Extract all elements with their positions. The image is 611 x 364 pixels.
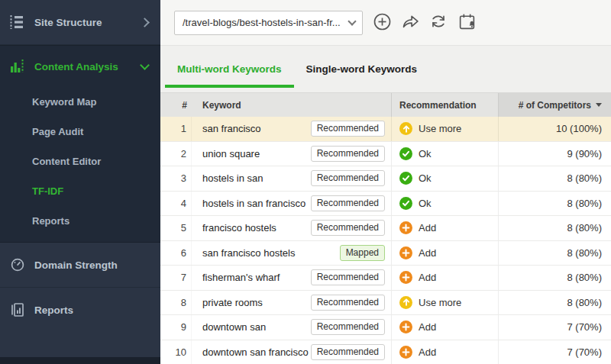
recommendation-icon: [399, 197, 412, 210]
share-button[interactable]: [400, 13, 420, 33]
keyword-status-badge: Recommended: [311, 220, 385, 236]
keyword-status-badge: Recommended: [311, 146, 385, 162]
domain-strength-icon: [10, 258, 25, 272]
keyword-text: private rooms: [202, 297, 263, 308]
table-row[interactable]: 9 downtown san Recommended Add 7 (70%): [160, 315, 611, 340]
site-structure-icon: [10, 15, 25, 29]
keyword-text: san francisco hostels: [202, 247, 295, 259]
table-row[interactable]: 1 san francisco Recommended Use more 10 …: [160, 117, 611, 142]
table-body: 1 san francisco Recommended Use more 10 …: [160, 117, 611, 364]
recommendation-label: Add: [419, 222, 436, 234]
recommendation-icon: [399, 321, 412, 333]
tab-multi-word-keywords[interactable]: Multi-word Keywords: [165, 46, 294, 92]
row-number: 7: [160, 266, 192, 290]
table-row[interactable]: 3 hostels in san Recommended Ok 8 (80%): [160, 166, 611, 192]
recommendation-label: Ok: [419, 198, 432, 209]
row-number: 4: [160, 192, 192, 216]
add-page-button[interactable]: [372, 13, 392, 33]
sidebar-item-site-structure[interactable]: Site Structure: [0, 0, 160, 45]
column-header-number: #: [160, 93, 192, 117]
keyword-status-badge: Recommended: [311, 195, 385, 211]
sidebar-item-reports-sub[interactable]: Reports: [0, 206, 160, 236]
refresh-button[interactable]: [428, 13, 448, 33]
competitors-value: 8 (80%): [498, 192, 611, 216]
competitors-value: 8 (80%): [498, 166, 611, 191]
refresh-icon: [429, 12, 448, 33]
content-analysis-icon: [10, 60, 25, 73]
table-row[interactable]: 4 hostels in san francisco Recommended O…: [160, 192, 611, 217]
sidebar-bottom-strip: [0, 357, 160, 364]
competitors-value: 7 (70%): [498, 315, 611, 340]
row-number: 5: [160, 216, 192, 240]
tab-single-word-keywords[interactable]: Single-word Keywords: [294, 46, 430, 92]
chevron-down-icon: [140, 60, 150, 70]
keyword-status-badge: Recommended: [311, 319, 385, 335]
sidebar-item-content-editor[interactable]: Content Editor: [0, 147, 160, 176]
chevron-down-icon: [348, 17, 356, 25]
recommendation-label: Ok: [419, 148, 432, 159]
recommendation-label: Use more: [419, 123, 461, 134]
sidebar-item-tf-idf[interactable]: TF-IDF: [0, 176, 160, 206]
recommendation-label: Ok: [419, 172, 432, 184]
table-row[interactable]: 10 downtown san francisco Recommended Ad…: [160, 340, 611, 364]
sidebar: Site Structure Content Analysis Keyword …: [0, 0, 160, 364]
keyword-status-badge: Mapped: [340, 245, 385, 261]
sidebar-item-page-audit[interactable]: Page Audit: [0, 117, 160, 147]
keyword-text: hostels in san: [202, 172, 263, 184]
row-number: 2: [160, 142, 192, 166]
calendar-alert-icon: [457, 12, 477, 34]
competitors-value: 9 (90%): [498, 142, 611, 166]
competitors-value: 8 (80%): [498, 216, 611, 240]
keyword-status-badge: Recommended: [311, 170, 385, 186]
page-url-select[interactable]: /travel-blogs/best-hostels-in-san-fr...: [174, 11, 363, 35]
table-row[interactable]: 6 san francisco hostels Mapped Add 8 (80…: [160, 241, 611, 266]
table-row[interactable]: 2 union square Recommended Ok 9 (90%): [160, 142, 611, 167]
recommendation-label: Add: [419, 272, 436, 283]
sidebar-item-keyword-map[interactable]: Keyword Map: [0, 87, 160, 117]
row-number: 6: [160, 241, 192, 266]
recommendation-icon: [399, 221, 412, 234]
row-number: 1: [160, 117, 192, 141]
recommendation-icon: [399, 246, 412, 259]
sidebar-item-domain-strength[interactable]: Domain Strength: [0, 243, 160, 288]
keyword-text: downtown san francisco: [202, 346, 309, 358]
toolbar-buttons: [372, 13, 477, 33]
table-row[interactable]: 5 francisco hostels Recommended Add 8 (8…: [160, 216, 611, 241]
competitors-value: 10 (100%): [498, 117, 611, 141]
keyword-status-badge: Recommended: [311, 344, 385, 360]
keyword-status-badge: Recommended: [311, 269, 385, 285]
column-header-competitors[interactable]: # of Competitors: [498, 93, 611, 117]
sidebar-item-label: Content Analysis: [34, 61, 132, 72]
keyword-text: fisherman's wharf: [202, 272, 280, 283]
keyword-text: downtown san: [202, 321, 266, 333]
sidebar-item-label: Site Structure: [34, 17, 132, 28]
column-header-recommendation[interactable]: Recommendation: [391, 93, 498, 117]
column-header-keyword[interactable]: Keyword: [192, 93, 391, 117]
plus-circle-icon: [373, 12, 392, 34]
scheduled-tasks-button[interactable]: [457, 13, 477, 33]
sidebar-item-label: Reports: [34, 304, 148, 316]
keyword-text: francisco hostels: [202, 222, 276, 234]
recommendation-icon: [399, 172, 412, 185]
sidebar-item-content-analysis[interactable]: Content Analysis: [0, 46, 160, 87]
toolbar: /travel-blogs/best-hostels-in-san-fr...: [160, 0, 611, 46]
website-auditor-window: Site Structure Content Analysis Keyword …: [0, 0, 611, 364]
recommendation-label: Add: [419, 247, 436, 259]
recommendation-label: Use more: [419, 297, 461, 308]
sidebar-section-content-analysis: Content Analysis Keyword Map Page Audit …: [0, 45, 160, 243]
column-header-competitors-label: # of Competitors: [519, 100, 591, 111]
row-number: 10: [160, 340, 192, 364]
chevron-right-icon: [140, 18, 150, 27]
keyword-status-badge: Recommended: [311, 295, 385, 311]
keyword-text: union square: [202, 148, 260, 159]
recommendation-label: Add: [419, 346, 436, 358]
competitors-value: 8 (80%): [498, 241, 611, 266]
recommendation-icon: [399, 122, 412, 135]
reports-icon: [10, 303, 25, 317]
keyword-text: san francisco: [202, 123, 261, 134]
competitors-value: 7 (70%): [498, 340, 611, 364]
table-row[interactable]: 7 fisherman's wharf Recommended Add 8 (8…: [160, 266, 611, 291]
sidebar-item-reports[interactable]: Reports: [0, 288, 160, 332]
table-row[interactable]: 8 private rooms Recommended Use more 8 (…: [160, 291, 611, 316]
share-arrow-icon: [401, 12, 420, 34]
